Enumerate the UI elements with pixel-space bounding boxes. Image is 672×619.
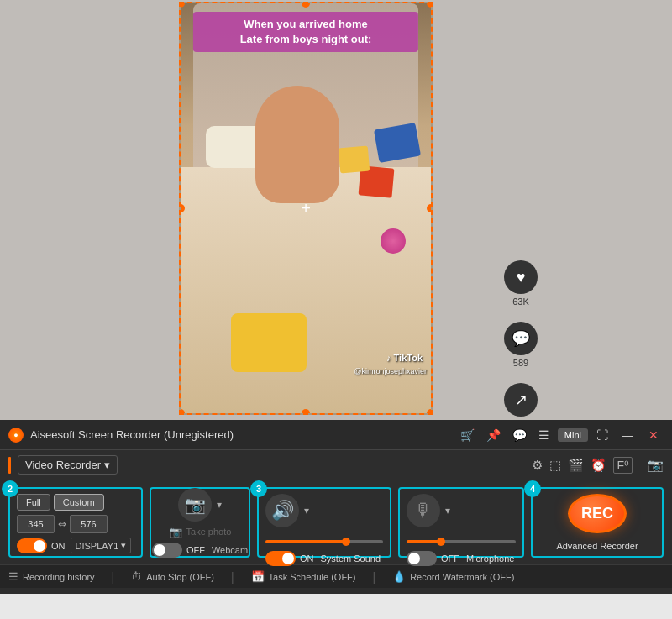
sound-on-label: ON bbox=[300, 553, 314, 564]
display-row: ON DISPLAY1 ▾ bbox=[17, 538, 134, 553]
mic-label: Microphone bbox=[466, 553, 514, 564]
camera-icon[interactable]: 📷 bbox=[648, 458, 664, 473]
display-label: DISPLAY1 bbox=[76, 541, 119, 551]
display-toggle-wrap: ON bbox=[17, 538, 66, 553]
history-icon: ☰ bbox=[8, 570, 18, 583]
layout-icon[interactable]: ⬚ bbox=[549, 458, 561, 473]
sound-toggle-row: ON System Sound bbox=[265, 551, 383, 566]
advanced-recorder-label: Advanced Recorder bbox=[556, 541, 638, 551]
toolbar: ● Aiseesoft Screen Recorder (Unregistere… bbox=[0, 420, 672, 594]
mic-slider[interactable] bbox=[407, 540, 516, 543]
display-selector[interactable]: DISPLAY1 ▾ bbox=[71, 538, 132, 553]
webcam-icon-area: 📷 ▾ bbox=[178, 488, 222, 522]
autostop-icon: ⏱ bbox=[131, 570, 142, 583]
webcam-toggle-row: OFF Webcam bbox=[152, 543, 248, 558]
comment-count: 589 bbox=[513, 358, 528, 368]
sound-label: System Sound bbox=[321, 553, 381, 564]
resize-handle-br[interactable] bbox=[427, 409, 433, 415]
mode-bar: Video Recorder ▾ ⚙ ⬚ 🎬 ⏰ F⁰ 📷 bbox=[0, 450, 672, 480]
webcam-icon: 📷 bbox=[185, 495, 206, 515]
resize-handle-bl[interactable] bbox=[179, 409, 185, 415]
mic-chevron[interactable]: ▾ bbox=[445, 505, 450, 517]
rec-button[interactable]: REC bbox=[568, 494, 627, 533]
custom-button[interactable]: Custom bbox=[54, 494, 104, 511]
mic-slider-wrap bbox=[407, 532, 516, 547]
mini-button[interactable]: Mini bbox=[558, 428, 588, 442]
link-icon: ⇔ bbox=[58, 518, 66, 530]
mode-selector[interactable]: Video Recorder ▾ bbox=[18, 455, 118, 475]
mic-toggle-row: OFF Microphone bbox=[407, 551, 516, 566]
mic-icon-row: 🎙 ▾ bbox=[407, 494, 516, 527]
display-toggle[interactable] bbox=[17, 538, 47, 553]
sound-slider[interactable] bbox=[265, 540, 383, 543]
width-input[interactable] bbox=[17, 515, 55, 533]
mode-label: Video Recorder bbox=[25, 459, 101, 471]
share-button[interactable]: ↗ 500 bbox=[504, 383, 538, 420]
sound-toggle[interactable] bbox=[265, 551, 296, 566]
resize-handle-tr[interactable] bbox=[427, 2, 433, 8]
close-button[interactable]: ✕ bbox=[643, 427, 664, 443]
auto-stop[interactable]: ⏱ Auto Stop (OFF) bbox=[131, 570, 214, 583]
webcam-off-label: OFF bbox=[186, 545, 205, 555]
like-button[interactable]: ♥ 63K bbox=[504, 260, 538, 307]
minimize-button[interactable]: — bbox=[617, 427, 638, 443]
autostop-label: Auto Stop (OFF) bbox=[146, 572, 214, 582]
sound-icon-row: 🔊 ▾ bbox=[265, 494, 383, 527]
divider-2: | bbox=[231, 570, 234, 584]
recording-history[interactable]: ☰ Recording history bbox=[8, 570, 95, 583]
mic-toggle[interactable] bbox=[407, 551, 437, 566]
like-count: 63K bbox=[512, 296, 529, 307]
sound-slider-wrap bbox=[265, 532, 383, 547]
record-watermark[interactable]: 💧 Record Watermark (OFF) bbox=[392, 570, 514, 583]
comment-button[interactable]: 💬 589 bbox=[504, 322, 538, 368]
settings-icon[interactable]: ⚙ bbox=[532, 458, 543, 473]
resize-handle-mr[interactable] bbox=[427, 204, 433, 212]
system-sound-panel: 3 🔊 ▾ ON System Sound bbox=[257, 487, 391, 558]
fps-icon[interactable]: F⁰ bbox=[613, 457, 633, 474]
watermark-icon: 💧 bbox=[392, 570, 406, 583]
divider-3: | bbox=[373, 570, 376, 584]
take-photo-row[interactable]: 📷 Take photo bbox=[169, 526, 232, 538]
expand-icon[interactable]: ⛶ bbox=[593, 427, 612, 443]
timer-icon[interactable]: ⏰ bbox=[591, 458, 606, 473]
panel-number-3: 3 bbox=[250, 480, 267, 497]
chat-icon[interactable]: 💬 bbox=[509, 427, 530, 443]
height-input[interactable] bbox=[70, 515, 108, 533]
schedule-icon: 📅 bbox=[251, 570, 265, 583]
webcam-toggle[interactable] bbox=[152, 543, 182, 558]
title-bar-right: 🛒 📌 💬 ☰ Mini ⛶ — ✕ bbox=[457, 427, 664, 443]
pin-icon[interactable]: 📌 bbox=[483, 427, 504, 443]
mic-icon: 🎙 bbox=[414, 500, 433, 522]
mode-indicator bbox=[8, 457, 11, 474]
mode-chevron: ▾ bbox=[104, 459, 110, 471]
history-label: Recording history bbox=[23, 572, 95, 582]
res-inputs: ⇔ bbox=[17, 515, 134, 533]
divider-1: | bbox=[112, 570, 115, 584]
title-bar: ● Aiseesoft Screen Recorder (Unregistere… bbox=[0, 420, 672, 450]
screen-area: When you arrived home Late from boys nig… bbox=[0, 0, 672, 420]
status-bar: ☰ Recording history | ⏱ Auto Stop (OFF) … bbox=[0, 564, 672, 588]
tiktok-container: When you arrived home Late from boys nig… bbox=[0, 0, 672, 420]
video-frame[interactable]: When you arrived home Late from boys nig… bbox=[179, 2, 433, 415]
tiktok-username: @kimronjosephxavier bbox=[354, 367, 427, 375]
photo-icon: 📷 bbox=[169, 526, 182, 538]
video-text-overlay: When you arrived home Late from boys nig… bbox=[193, 12, 418, 52]
res-buttons: Full Custom bbox=[17, 494, 134, 511]
webcam-panel: 📷 ▾ 📷 Take photo OFF Webcam bbox=[150, 487, 250, 558]
task-schedule[interactable]: 📅 Task Schedule (OFF) bbox=[251, 570, 356, 583]
schedule-label: Task Schedule (OFF) bbox=[269, 572, 356, 582]
sound-icon: 🔊 bbox=[271, 500, 294, 522]
rec-panel: 4 REC Advanced Recorder bbox=[531, 487, 664, 558]
record-icon[interactable]: 🎬 bbox=[568, 458, 584, 473]
webcam-chevron[interactable]: ▾ bbox=[217, 499, 222, 511]
full-button[interactable]: Full bbox=[17, 494, 50, 511]
menu-icon[interactable]: ☰ bbox=[535, 427, 553, 443]
cart-icon[interactable]: 🛒 bbox=[457, 427, 478, 443]
panel-number-2: 2 bbox=[2, 480, 18, 497]
resize-handle-bc[interactable] bbox=[302, 409, 310, 415]
sound-chevron[interactable]: ▾ bbox=[304, 505, 309, 517]
webcam-icon-button[interactable]: 📷 bbox=[178, 488, 212, 522]
mic-icon-button[interactable]: 🎙 bbox=[407, 494, 440, 527]
sound-icon-button[interactable]: 🔊 bbox=[265, 494, 299, 527]
app-icon: ● bbox=[8, 428, 24, 443]
